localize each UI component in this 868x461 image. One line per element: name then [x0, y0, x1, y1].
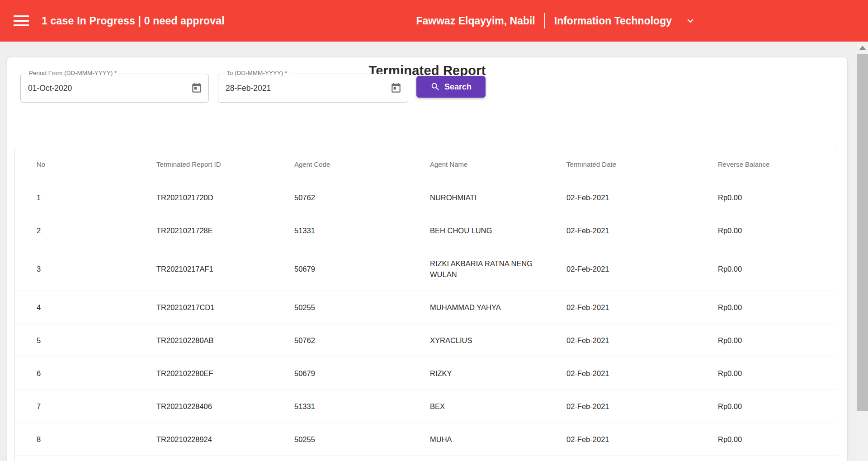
- scroll-up-arrow-icon[interactable]: [859, 46, 866, 50]
- cell-agent-code: 49663: [273, 456, 408, 461]
- menu-icon[interactable]: [14, 15, 29, 26]
- header-divider: [544, 13, 545, 28]
- cell-agent-code: 51331: [273, 214, 408, 247]
- cell-terminated-date: 02-Feb-2021: [545, 247, 682, 291]
- cell-agent-code: 50679: [273, 247, 408, 291]
- table-row: 3TR20210217AF150679RIZKI AKBARIA RATNA N…: [15, 247, 837, 291]
- cell-terminated-report-id: TR20210217AF1: [135, 247, 273, 291]
- table-row: 5TR202102280AB50762XYRACLIUS02-Feb-2021R…: [15, 324, 837, 357]
- cell-no: 5: [15, 324, 135, 357]
- cell-no: 9: [15, 456, 135, 461]
- cell-reverse-balance: Rp0.00: [682, 214, 837, 247]
- table-row: 4TR20210217CD150255MUHAMMAD YAHYA02-Feb-…: [15, 291, 837, 324]
- cell-no: 1: [15, 181, 135, 214]
- cell-terminated-date: 02-Feb-2021: [545, 181, 682, 214]
- app-bar: 1 case In Progress | 0 need approval Faw…: [0, 0, 868, 42]
- cell-terminated-date: 02-Feb-2021: [545, 214, 682, 247]
- cell-terminated-date: 02-Feb-2021: [545, 390, 682, 423]
- chevron-down-icon[interactable]: [684, 15, 696, 27]
- cell-agent-name: RIZKY: [408, 357, 545, 390]
- cell-agent-name: NUROHMIATI: [408, 181, 545, 214]
- cell-agent-code: 50762: [273, 181, 408, 214]
- cell-agent-name: RIZKI AKBARIA RATNA NENG WULAN: [408, 247, 545, 291]
- scrollbar-thumb[interactable]: [857, 54, 868, 411]
- cell-agent-code: 51331: [273, 390, 408, 423]
- period-to-field[interactable]: To (DD-MMM-YYYY) * 28-Feb-2021: [218, 74, 408, 103]
- cell-reverse-balance: Rp0.00: [682, 181, 837, 214]
- cell-no: 7: [15, 390, 135, 423]
- cell-terminated-date: 02-Feb-2021: [545, 423, 682, 456]
- cell-terminated-date: 02-Feb-2021: [545, 357, 682, 390]
- cell-no: 3: [15, 247, 135, 291]
- cell-terminated-report-id: TR2021021720D: [135, 181, 273, 214]
- cell-terminated-report-id: TR2021021728E: [135, 214, 273, 247]
- calendar-icon[interactable]: [191, 82, 203, 94]
- terminated-report-table: NoTerminated Report IDAgent CodeAgent Na…: [14, 148, 837, 461]
- cell-agent-name: MUHA: [408, 423, 545, 456]
- user-department: Information Technology: [554, 15, 672, 27]
- cell-agent-name: MUHAMMAD YAHYA: [408, 291, 545, 324]
- cell-reverse-balance: Rp0.00: [682, 456, 837, 461]
- period-from-value[interactable]: 01-Oct-2020: [28, 84, 72, 93]
- table-row: 7TR2021022840651331BEX02-Feb-2021Rp0.00: [15, 390, 837, 423]
- cell-agent-name: XYRACLIUS: [408, 324, 545, 357]
- cell-terminated-report-id: TR202102285F3: [135, 456, 273, 461]
- cell-agent-code: 50679: [273, 357, 408, 390]
- cell-terminated-report-id: TR20210228406: [135, 390, 273, 423]
- period-from-field[interactable]: Period From (DD-MMM-YYYY) * 01-Oct-2020: [20, 74, 209, 103]
- search-button-label: Search: [444, 82, 472, 92]
- table-row: 6TR202102280EF50679RIZKY02-Feb-2021Rp0.0…: [15, 357, 837, 390]
- cell-terminated-date: 02-Feb-2021: [545, 291, 682, 324]
- cell-reverse-balance: Rp0.00: [682, 291, 837, 324]
- column-header-no: No: [15, 148, 135, 181]
- cell-no: 2: [15, 214, 135, 247]
- cell-agent-name: BEX: [408, 390, 545, 423]
- cell-reverse-balance: Rp0.00: [682, 247, 837, 291]
- cell-reverse-balance: Rp0.00: [682, 390, 837, 423]
- table-header-row: NoTerminated Report IDAgent CodeAgent Na…: [15, 148, 837, 181]
- cell-reverse-balance: Rp0.00: [682, 357, 837, 390]
- report-card: Terminated Report Period From (DD-MMM-YY…: [7, 57, 847, 461]
- column-header-reverse-balance: Reverse Balance: [682, 148, 837, 181]
- table-row: 9TR202102285F349663DEX05-Feb-2021Rp0.00: [15, 456, 837, 461]
- cell-agent-name: BEH CHOU LUNG: [408, 214, 545, 247]
- period-to-value[interactable]: 28-Feb-2021: [226, 84, 271, 93]
- cell-terminated-report-id: TR202102280AB: [135, 324, 273, 357]
- cell-no: 8: [15, 423, 135, 456]
- cell-terminated-report-id: TR20210217CD1: [135, 291, 273, 324]
- user-name: Fawwaz Elqayyim, Nabil: [416, 15, 535, 27]
- cell-reverse-balance: Rp0.00: [682, 324, 837, 357]
- cell-agent-name: DEX: [408, 456, 545, 461]
- column-header-terminated-date: Terminated Date: [545, 148, 682, 181]
- user-menu[interactable]: Fawwaz Elqayyim, Nabil Information Techn…: [416, 13, 696, 28]
- table-row: 2TR2021021728E51331BEH CHOU LUNG02-Feb-2…: [15, 214, 837, 247]
- column-header-terminated-report-id: Terminated Report ID: [135, 148, 273, 181]
- cell-agent-code: 50255: [273, 423, 408, 456]
- cell-terminated-date: 05-Feb-2021: [545, 456, 682, 461]
- cell-reverse-balance: Rp0.00: [682, 423, 837, 456]
- table-row: 1TR2021021720D50762NUROHMIATI02-Feb-2021…: [15, 181, 837, 214]
- table-row: 8TR2021022892450255MUHA02-Feb-2021Rp0.00: [15, 423, 837, 456]
- vertical-scrollbar[interactable]: [857, 42, 868, 461]
- calendar-icon[interactable]: [390, 82, 402, 94]
- cell-agent-code: 50762: [273, 324, 408, 357]
- cell-terminated-date: 02-Feb-2021: [545, 324, 682, 357]
- column-header-agent-code: Agent Code: [273, 148, 408, 181]
- case-status-text: 1 case In Progress | 0 need approval: [42, 15, 225, 27]
- search-button[interactable]: Search: [416, 76, 486, 98]
- cell-no: 6: [15, 357, 135, 390]
- cell-terminated-report-id: TR202102280EF: [135, 357, 273, 390]
- column-header-agent-name: Agent Name: [408, 148, 545, 181]
- cell-terminated-report-id: TR20210228924: [135, 423, 273, 456]
- search-icon: [430, 82, 440, 92]
- cell-agent-code: 50255: [273, 291, 408, 324]
- cell-no: 4: [15, 291, 135, 324]
- table-body: 1TR2021021720D50762NUROHMIATI02-Feb-2021…: [15, 181, 837, 461]
- period-to-label: To (DD-MMM-YYYY) *: [224, 70, 289, 76]
- period-from-label: Period From (DD-MMM-YYYY) *: [27, 70, 119, 76]
